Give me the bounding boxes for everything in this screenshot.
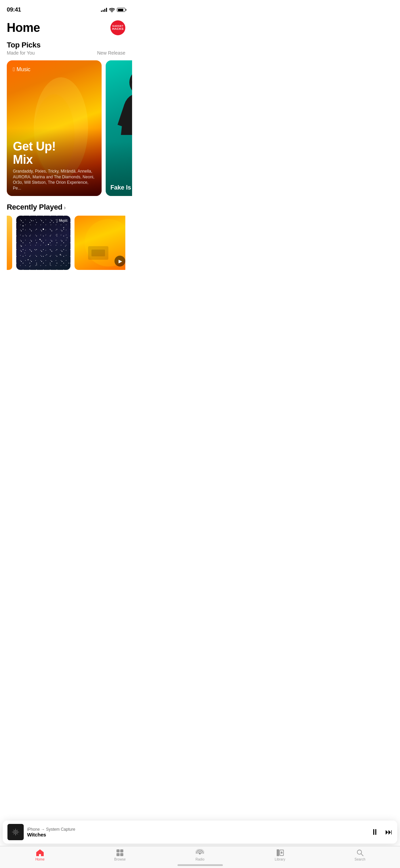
apple-logo-icon: : [13, 66, 15, 73]
svg-point-12: [40, 239, 41, 240]
second-card-title: Fake Is T...: [110, 184, 132, 191]
svg-point-14: [21, 245, 22, 247]
section-link-new-release[interactable]: New Release: [97, 50, 125, 56]
second-card-content: Fake Is T...: [110, 184, 132, 191]
status-time: 09:41: [7, 6, 21, 13]
svg-point-27: [67, 237, 68, 238]
svg-point-7: [33, 220, 34, 221]
page-title: Home: [7, 21, 40, 35]
avatar-text-bottom: HACKS: [112, 27, 124, 31]
card-title: Get Up! Mix: [13, 140, 96, 166]
sparkles-svg: [16, 216, 70, 270]
svg-point-11: [26, 236, 27, 236]
section-subtitle-made-for-you: Made for You: [7, 50, 35, 56]
recently-played-scroll:  Music ▶: [7, 216, 125, 270]
play-button-overlay[interactable]: ▶: [114, 256, 125, 267]
status-icons: [101, 8, 125, 12]
main-card-get-up-mix[interactable]:  Music Get Up! Mix Grandaddy, Pixies, T…: [7, 60, 102, 196]
section-title-top-picks: Top Picks: [7, 41, 125, 50]
apple-music-badge:  Music: [57, 218, 68, 222]
svg-point-23: [50, 264, 50, 265]
svg-rect-30: [91, 250, 105, 256]
battery-icon: [117, 8, 125, 12]
top-picks-scroll:  Music Get Up! Mix Grandaddy, Pixies, T…: [0, 56, 132, 201]
second-card-fake[interactable]: Fake Is T...: [106, 60, 132, 196]
signal-icon: [101, 8, 107, 12]
recently-partial-yellow[interactable]: [7, 216, 12, 270]
svg-point-24: [24, 253, 25, 253]
svg-point-19: [41, 256, 42, 257]
svg-point-22: [29, 266, 30, 267]
header: Home GADGET HACKS: [0, 15, 132, 38]
recently-played-section: Recently Played ›: [0, 201, 132, 273]
svg-point-26: [46, 254, 47, 255]
svg-point-6: [23, 225, 24, 226]
svg-point-9: [53, 222, 54, 223]
avatar[interactable]: GADGET HACKS: [110, 20, 125, 35]
status-bar: 09:41: [0, 0, 132, 15]
top-picks-header: Top Picks Made for You New Release: [0, 38, 132, 56]
svg-point-18: [28, 259, 29, 260]
svg-point-25: [36, 264, 37, 265]
svg-point-2: [129, 71, 132, 94]
card-content:  Music Get Up! Mix Grandaddy, Pixies, T…: [7, 60, 102, 196]
card-artists: Grandaddy, Pixies, Tricky, Mïrändä, Anne…: [13, 169, 96, 191]
apple-music-label: Music: [17, 66, 30, 73]
apple-music-header:  Music: [13, 66, 96, 73]
recently-card-stars[interactable]:  Music: [16, 216, 70, 270]
svg-point-16: [48, 244, 49, 245]
recently-played-chevron[interactable]: ›: [64, 204, 66, 211]
svg-point-13: [57, 234, 57, 235]
wifi-icon: [109, 8, 115, 12]
svg-point-21: [68, 263, 69, 263]
recently-played-title: Recently Played: [7, 203, 62, 212]
svg-point-15: [35, 249, 35, 250]
svg-point-20: [60, 254, 61, 255]
apple-music-badge-text: Music: [59, 219, 68, 222]
svg-point-17: [65, 246, 66, 246]
svg-point-10: [63, 227, 64, 228]
recently-card-orange[interactable]: ▶: [75, 216, 125, 270]
svg-point-8: [43, 229, 44, 230]
recently-played-header: Recently Played ›: [7, 203, 125, 212]
